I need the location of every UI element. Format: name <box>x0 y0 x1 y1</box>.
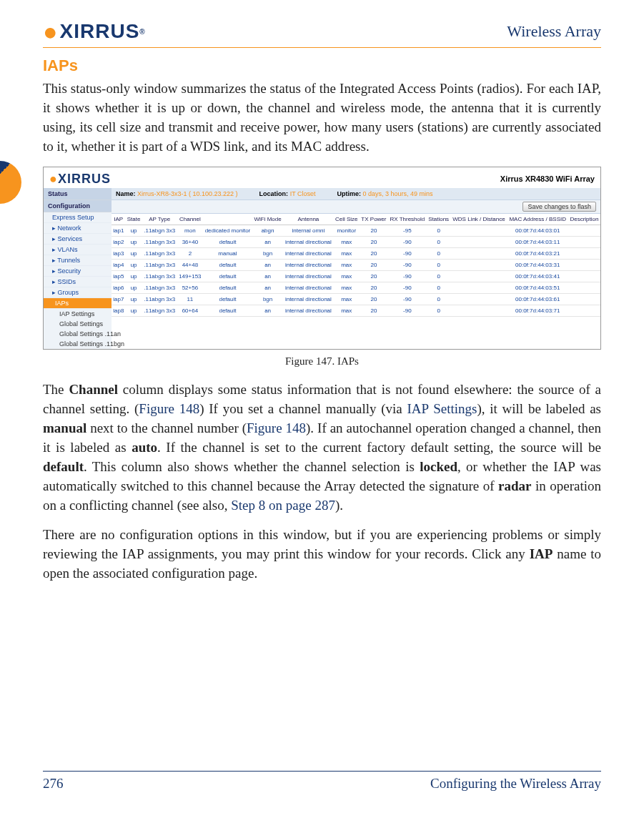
table-cell: internal directional <box>283 259 333 270</box>
table-cell: 20 <box>360 225 388 236</box>
sidebar-subitem[interactable]: Global Settings .11an <box>44 329 112 339</box>
table-cell <box>568 282 600 293</box>
table-header: MAC Address / BSSID <box>507 214 568 225</box>
table-cell: up <box>126 247 142 259</box>
table-cell <box>450 293 507 305</box>
iap-table: IAPStateAP TypeChannelWiFi ModeAntennaCe… <box>112 214 600 317</box>
sidebar-item[interactable]: ▸ VLANs <box>44 245 112 255</box>
table-cell: an <box>252 282 283 293</box>
document-title: Wireless Array <box>507 22 601 41</box>
table-cell: default <box>203 270 252 282</box>
sidebar-status-header[interactable]: Status <box>44 188 112 200</box>
table-cell: max <box>334 259 360 270</box>
table-row[interactable]: iap1up.11abgn 3x3mondedicated monitorabg… <box>112 225 600 236</box>
table-cell: 11 <box>177 293 203 305</box>
table-cell: -90 <box>388 247 427 259</box>
shot-sidebar: Status Configuration Express Setup ▸ Net… <box>44 188 112 349</box>
table-header: TX Power <box>360 214 388 225</box>
table-cell: -95 <box>388 225 427 236</box>
table-cell: 0 <box>427 236 451 247</box>
table-cell: 60+64 <box>177 305 203 316</box>
side-tab-decoration <box>0 161 21 204</box>
table-header: State <box>126 214 142 225</box>
table-cell: 0 <box>427 305 451 316</box>
closing-paragraph: There are no configuration options in th… <box>43 526 601 583</box>
table-row[interactable]: iap2up.11abgn 3x336+40defaultaninternal … <box>112 236 600 247</box>
table-cell: 44+48 <box>177 259 203 270</box>
table-cell: -90 <box>388 293 427 305</box>
table-row[interactable]: iap4up.11abgn 3x344+48defaultaninternal … <box>112 259 600 270</box>
save-button[interactable]: Save changes to flash <box>522 202 596 212</box>
sidebar-subitem[interactable]: IAP Settings <box>44 309 112 319</box>
table-cell: .11abgn 3x3 <box>142 236 177 247</box>
table-cell: up <box>126 270 142 282</box>
table-row[interactable]: iap6up.11abgn 3x352+56defaultaninternal … <box>112 282 600 293</box>
table-cell: 20 <box>360 270 388 282</box>
table-cell: 36+40 <box>177 236 203 247</box>
sidebar-subitem[interactable]: Global Settings <box>44 319 112 329</box>
table-cell: 00:0f:7d:44:03:41 <box>507 270 568 282</box>
sidebar-item[interactable]: Express Setup <box>44 212 112 223</box>
table-cell: 149+153 <box>177 270 203 282</box>
table-cell: -90 <box>388 270 427 282</box>
table-row[interactable]: iap8up.11abgn 3x360+64defaultaninternal … <box>112 305 600 316</box>
table-cell: iap1 <box>112 225 126 236</box>
table-row[interactable]: iap5up.11abgn 3x3149+153defaultaninterna… <box>112 270 600 282</box>
intro-paragraph: This status-only window summarizes the s… <box>43 79 601 157</box>
sidebar-item[interactable]: ▸ Groups <box>44 287 112 298</box>
table-cell: internal directional <box>283 282 333 293</box>
table-cell: up <box>126 259 142 270</box>
page-header: ● XIRRUS® Wireless Array <box>43 20 601 48</box>
link-step-8[interactable]: Step 8 on page 287 <box>231 498 335 513</box>
table-cell <box>568 225 600 236</box>
link-figure-148[interactable]: Figure 148 <box>139 401 199 416</box>
table-cell: max <box>334 236 360 247</box>
sidebar-item-active[interactable]: IAPs <box>44 298 112 309</box>
table-header: AP Type <box>142 214 177 225</box>
table-cell: 20 <box>360 247 388 259</box>
table-cell: abgn <box>252 225 283 236</box>
table-cell: 00:0f:7d:44:03:01 <box>507 225 568 236</box>
table-cell: iap3 <box>112 247 126 259</box>
table-row[interactable]: iap3up.11abgn 3x32manualbgninternal dire… <box>112 247 600 259</box>
link-figure-148[interactable]: Figure 148 <box>247 420 306 435</box>
section-heading: IAPs <box>43 56 601 75</box>
table-cell: 00:0f:7d:44:03:61 <box>507 293 568 305</box>
sidebar-item[interactable]: ▸ Network <box>44 223 112 234</box>
table-header: Antenna <box>283 214 333 225</box>
table-cell: bgn <box>252 293 283 305</box>
table-cell: -90 <box>388 236 427 247</box>
sidebar-subitem[interactable]: Global Settings .11bgn <box>44 339 112 349</box>
table-cell: dedicated monitor <box>203 225 252 236</box>
table-cell: iap2 <box>112 236 126 247</box>
table-header: WiFi Mode <box>252 214 283 225</box>
table-header: Channel <box>177 214 203 225</box>
table-cell: default <box>203 305 252 316</box>
sidebar-item[interactable]: ▸ Services <box>44 234 112 245</box>
table-cell: -90 <box>388 305 427 316</box>
table-cell: default <box>203 293 252 305</box>
table-cell: default <box>203 282 252 293</box>
sidebar-item[interactable]: ▸ SSIDs <box>44 277 112 287</box>
table-header <box>203 214 252 225</box>
table-cell: max <box>334 282 360 293</box>
table-cell: 20 <box>360 305 388 316</box>
table-cell: an <box>252 305 283 316</box>
table-cell <box>568 236 600 247</box>
table-cell: -90 <box>388 282 427 293</box>
link-iap-settings[interactable]: IAP Settings <box>407 401 477 416</box>
table-cell <box>450 247 507 259</box>
table-cell: bgn <box>252 247 283 259</box>
table-cell: iap7 <box>112 293 126 305</box>
table-cell: internal directional <box>283 247 333 259</box>
table-cell: -90 <box>388 259 427 270</box>
sidebar-item[interactable]: ▸ Tunnels <box>44 255 112 266</box>
table-cell: internal directional <box>283 305 333 316</box>
sidebar-config-header[interactable]: Configuration <box>44 200 112 212</box>
page-number: 276 <box>43 776 64 792</box>
sidebar-item[interactable]: ▸ Security <box>44 266 112 277</box>
table-cell: up <box>126 282 142 293</box>
table-row[interactable]: iap7up.11abgn 3x311defaultbgninternal di… <box>112 293 600 305</box>
table-cell: up <box>126 236 142 247</box>
shot-model: Xirrus XR4830 WiFi Array <box>500 174 595 183</box>
